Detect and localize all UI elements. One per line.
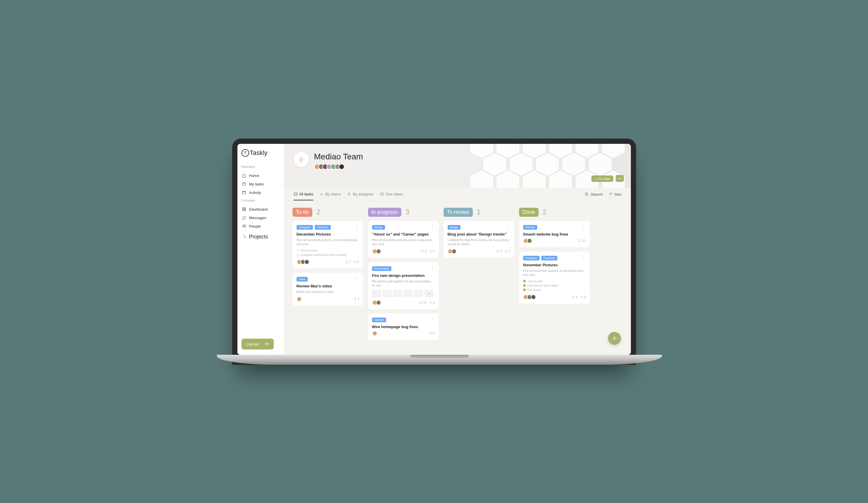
card-assignees[interactable] [297, 259, 309, 264]
sidebar-item-messages[interactable]: Messages [241, 213, 280, 222]
thumbnail[interactable] [404, 290, 413, 297]
svg-point-25 [619, 178, 620, 179]
tab-all-tasks[interactable]: All tasks [293, 188, 313, 200]
calendar-icon [380, 192, 384, 196]
sidebar-item-dashboard[interactable]: Dashboard [241, 205, 280, 213]
sort-button[interactable]: Sort [609, 192, 621, 197]
checklist-text: Post about 6 tips & tricks [528, 284, 558, 287]
attachments-count[interactable]: 2 [430, 250, 435, 253]
logout-button[interactable]: Log out [241, 339, 274, 350]
card-assignees[interactable] [523, 294, 536, 300]
task-card[interactable]: Website⋮Smash website bug fixes13 [519, 221, 590, 248]
thumbnail[interactable] [372, 290, 381, 297]
search-button[interactable]: Search [585, 192, 602, 197]
attachment-icon [430, 301, 432, 304]
search-icon [585, 192, 589, 196]
card-menu-button[interactable]: ⋮ [506, 225, 510, 228]
card-assignees[interactable] [372, 300, 381, 305]
card-label: Website [523, 225, 537, 230]
card-assignees[interactable] [297, 296, 302, 302]
attachment-icon [430, 250, 432, 253]
team-members-avatars[interactable] [314, 164, 363, 170]
card-menu-button[interactable]: ⋮ [355, 277, 359, 280]
section-label-company: Company [241, 199, 280, 202]
comments-count[interactable]: 9 [496, 250, 502, 253]
card-assignees[interactable] [448, 249, 457, 254]
thumbnail[interactable] [393, 290, 402, 297]
plan-badge[interactable]: Pro plan [591, 175, 613, 182]
card-menu-button[interactable]: ⋮ [582, 256, 586, 259]
card-assignees[interactable] [523, 238, 532, 243]
comments-count[interactable]: 5 [429, 332, 435, 335]
card-title: Fira new design presentation [372, 273, 435, 278]
header-more-button[interactable] [616, 175, 624, 182]
sidebar-item-label: Messages [249, 215, 266, 220]
sidebar-item-home[interactable]: Home [241, 171, 280, 180]
checklist-item[interactable]: Autumn reel [523, 280, 586, 283]
card-title: December Pictures [297, 232, 359, 237]
attachment-icon [505, 250, 508, 253]
home-icon [242, 173, 246, 178]
comments-count[interactable]: 6 [572, 295, 578, 299]
attachments-count[interactable]: 8 [580, 295, 586, 299]
attachments-count[interactable]: 3 [354, 297, 359, 301]
task-card[interactable]: InstagramFacebook⋮December PicturesPlan … [292, 221, 363, 269]
checklist-text: Book pictrues [301, 249, 318, 252]
add-task-fab[interactable] [608, 332, 621, 345]
card-label: Design [372, 225, 385, 230]
thumbnail[interactable] [414, 290, 423, 297]
card-assignees[interactable] [372, 331, 378, 336]
column-count: 2 [543, 208, 547, 216]
checklist-item[interactable]: Book pictrues [297, 249, 359, 252]
comments-count[interactable]: 13 [578, 239, 586, 242]
column-count: 3 [405, 208, 409, 216]
sidebar-item-label: Dashboard [249, 207, 268, 212]
task-card[interactable]: Presentation⋮Fira new design presentatio… [368, 262, 439, 309]
card-menu-button[interactable]: ⋮ [431, 266, 435, 269]
tab-due-dates[interactable]: Due dates [380, 188, 403, 200]
attachments-count[interactable]: 5 [354, 260, 359, 263]
svg-point-6 [243, 225, 244, 226]
checklist-item[interactable]: Instagram stories about the company [297, 253, 359, 256]
briefcase-icon [242, 182, 246, 186]
column-tag: Done [519, 208, 539, 217]
column-to-review: To review1Design⋮Blog post about "Design… [444, 208, 514, 348]
bars-icon [320, 192, 323, 196]
sidebar-item-activity[interactable]: Activity [241, 188, 280, 197]
search-label: Search [590, 192, 602, 197]
checklist-item[interactable]: Post about 6 tips & tricks [523, 284, 586, 287]
attachments-count[interactable]: 3 [430, 301, 435, 304]
sidebar-item-label: Projects [249, 234, 268, 240]
tab-by-status[interactable]: By status [320, 188, 341, 200]
task-card[interactable]: Design⋮Blog post about "Design trends"I … [444, 221, 514, 258]
task-card[interactable]: Video⋮Review Max's videoModify and edit … [292, 273, 363, 306]
card-menu-button[interactable]: ⋮ [431, 225, 435, 228]
task-card[interactable]: InstagramFacebook⋮November PicturesPlan … [519, 252, 590, 304]
card-label: Facebook [541, 256, 558, 260]
card-assignees[interactable] [372, 249, 381, 254]
sidebar-item-people[interactable]: People [241, 222, 280, 231]
thumbnail[interactable] [383, 290, 391, 297]
checklist-item[interactable]: Poll stories [523, 288, 586, 291]
column-done: Done2Website⋮Smash website bug fixes13In… [519, 208, 590, 348]
comment-icon [421, 250, 424, 253]
comments-count[interactable]: 7 [345, 260, 351, 263]
tab-by-assignee[interactable]: By assignee [347, 188, 373, 200]
card-label: Video [297, 277, 308, 282]
comments-count[interactable]: 12 [419, 301, 426, 304]
card-menu-button[interactable]: ⋮ [431, 318, 435, 321]
svg-point-28 [349, 193, 350, 194]
attachments-count[interactable]: 1 [505, 250, 510, 253]
sidebar-item-projects[interactable]: Projects [241, 232, 280, 242]
card-menu-button[interactable]: ⋮ [582, 225, 586, 228]
sidebar-item-my-tasks[interactable]: My tasks [241, 180, 280, 188]
comments-count[interactable]: 3 [421, 250, 426, 253]
checkbox-icon [523, 289, 526, 291]
thumbnail-more[interactable]: +4 [425, 290, 434, 297]
card-title: Smash website bug fixes [523, 232, 586, 237]
task-card[interactable]: Design⋮"About us" and "Career" pagesPlan… [368, 221, 439, 258]
column-tag: In progress [368, 208, 401, 217]
card-label: Presentation [372, 266, 392, 271]
card-menu-button[interactable]: ⋮ [355, 225, 359, 228]
task-card[interactable]: Website⋮Wire homepage bug fixes5 [368, 313, 439, 340]
